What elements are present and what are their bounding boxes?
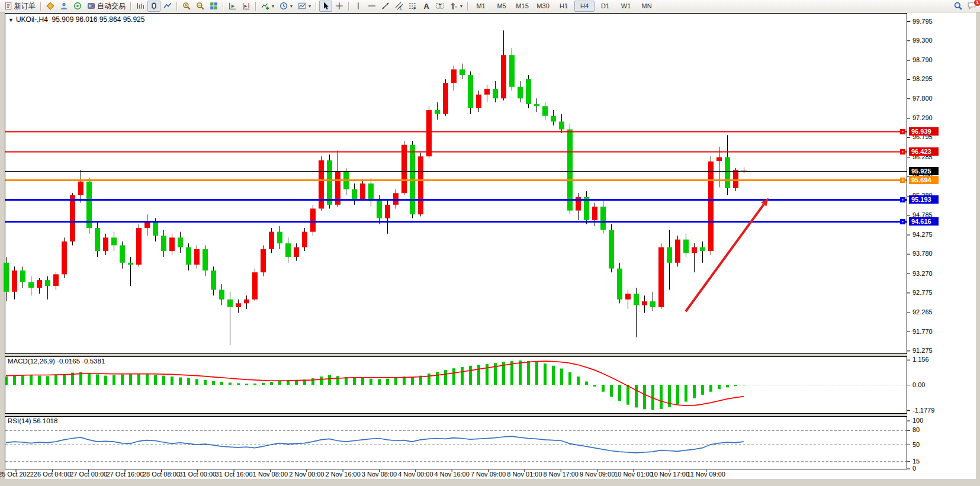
channel-icon: E: [395, 2, 403, 10]
auto-scroll-button[interactable]: [226, 1, 239, 12]
autotrade-button[interactable]: 自动交易: [85, 1, 128, 12]
candle-icon: [150, 2, 158, 10]
trendline-icon: [381, 2, 390, 10]
button-label: 新订单: [14, 1, 36, 11]
button-label: D1: [601, 2, 609, 9]
zoom-out-icon: [196, 2, 204, 10]
clock-icon: [279, 2, 288, 10]
svg-text:A: A: [424, 2, 429, 10]
svg-text:T: T: [438, 4, 441, 9]
shapes-button[interactable]: ▾: [447, 1, 465, 12]
tf-w1-button[interactable]: W1: [616, 1, 636, 12]
text-button[interactable]: A: [420, 1, 433, 12]
text-icon: A: [422, 2, 430, 10]
zoom-out-button[interactable]: [194, 1, 207, 12]
pane-splitter[interactable]: [5, 354, 907, 356]
shapes-icon: [449, 2, 458, 10]
toolbar-separator: [176, 2, 178, 11]
toolbar-separator: [467, 2, 468, 11]
chart-title: ▼UKOil-,H4 95.909 96.016 95.864 95.925: [8, 15, 144, 24]
community-button[interactable]: [57, 1, 70, 12]
templates-button[interactable]: ▾: [295, 1, 313, 12]
cursor-button[interactable]: [319, 1, 332, 12]
svg-text:F: F: [413, 7, 416, 10]
line-chart-button[interactable]: [161, 1, 174, 12]
candlestick-chart-button[interactable]: [147, 1, 160, 12]
equidistant-channel-button[interactable]: E: [393, 1, 406, 12]
button-label: 自动交易: [97, 1, 126, 11]
diamond-icon: [46, 2, 54, 10]
robot-icon: [87, 2, 95, 10]
vertical-line-button[interactable]: [352, 1, 365, 12]
tile-windows-button[interactable]: [207, 1, 220, 12]
tf-h1-button[interactable]: H1: [554, 1, 574, 12]
button-label: MN: [642, 2, 652, 9]
bars-icon: [136, 2, 144, 10]
toolbar: 新订单自动交易▾▾▾EFAT▾M1M5M15M30H1H4D1W1MN1: [0, 0, 980, 12]
toolbar-separator: [348, 2, 349, 11]
toolbar-separator: [255, 2, 256, 11]
tf-mn-button[interactable]: MN: [637, 1, 657, 12]
person-icon: [60, 2, 68, 10]
new-order-icon: [4, 2, 12, 10]
button-label: W1: [621, 2, 631, 9]
collapse-icon[interactable]: ▼: [8, 17, 14, 23]
auto-scroll-icon: [229, 2, 237, 10]
candles-group: [4, 30, 747, 345]
trendline-button[interactable]: [379, 1, 392, 12]
vline-icon: [354, 2, 362, 10]
tf-m15-button[interactable]: M15: [512, 1, 532, 12]
chevron-down-icon[interactable]: ▾: [460, 4, 462, 9]
zoom-in-button[interactable]: [180, 1, 193, 12]
svg-text:E: E: [400, 6, 402, 10]
hline-icon: [368, 2, 376, 10]
new-order-button[interactable]: 新订单: [2, 1, 38, 12]
toolbar-separator: [40, 2, 41, 11]
horizontal-line-button[interactable]: [365, 1, 378, 12]
label-icon: T: [436, 2, 444, 10]
tf-m30-button[interactable]: M30: [533, 1, 553, 12]
tf-m1-button[interactable]: M1: [471, 1, 491, 12]
text-label-button[interactable]: T: [433, 1, 446, 12]
template-icon: [298, 2, 306, 10]
zoom-in-icon: [182, 2, 191, 10]
pane-border: [5, 417, 907, 469]
cursor-icon: [322, 2, 330, 10]
toolbar-separator: [316, 2, 317, 11]
chevron-down-icon[interactable]: ▾: [309, 4, 311, 9]
signals-button[interactable]: [71, 1, 84, 12]
chat-button[interactable]: 1: [965, 1, 978, 12]
mql-market-button[interactable]: [44, 1, 57, 12]
button-label: M1: [476, 2, 485, 9]
signal-icon: [73, 2, 82, 10]
crosshair-button[interactable]: [333, 1, 346, 12]
tf-m5-button[interactable]: M5: [491, 1, 512, 12]
chart-ohlc-values: 95.909 96.016 95.864 95.925: [52, 15, 145, 24]
button-label: H1: [560, 2, 568, 9]
toolbar-separator: [130, 2, 131, 11]
chevron-down-icon[interactable]: ▾: [290, 4, 293, 9]
indicators-button[interactable]: ▾: [259, 1, 277, 12]
magnifier-icon: [954, 2, 962, 10]
bar-chart-button[interactable]: [134, 1, 147, 12]
pane-border: [5, 14, 907, 354]
fibonacci-button[interactable]: F: [406, 1, 419, 12]
crosshair-icon: [335, 2, 343, 10]
pane-splitter[interactable]: [5, 414, 907, 416]
chart-canvas[interactable]: [0, 0, 980, 486]
button-label: M15: [516, 2, 528, 9]
periods-button[interactable]: ▾: [277, 1, 295, 12]
notification-badge: 1: [974, 0, 980, 6]
chart-shift-button[interactable]: [240, 1, 253, 12]
chevron-down-icon[interactable]: ▾: [272, 4, 274, 9]
button-label: H4: [580, 2, 589, 9]
macd-signal-line: [6, 361, 744, 405]
chart-symbol-period: UKOil-,H4: [16, 15, 48, 24]
rsi-line: [6, 436, 744, 453]
indicators-icon: [261, 2, 269, 10]
line-icon: [163, 2, 172, 10]
tf-d1-button[interactable]: D1: [595, 1, 615, 12]
tf-h4-button[interactable]: H4: [574, 1, 595, 12]
trend-arrow[interactable]: [686, 204, 764, 311]
search-button[interactable]: [952, 1, 965, 12]
